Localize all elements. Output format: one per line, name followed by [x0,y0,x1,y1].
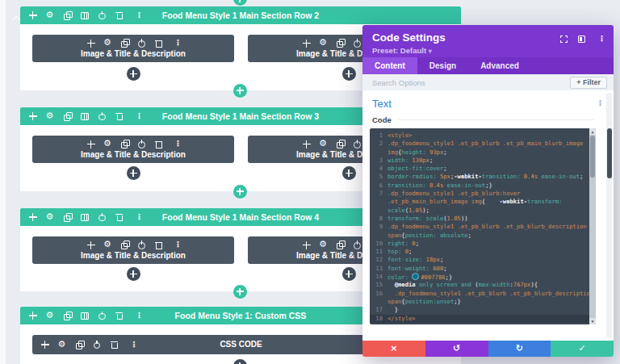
add-section-button[interactable] [233,84,247,98]
more-options-icon[interactable] [171,39,180,48]
settings-icon[interactable] [103,241,112,249]
add-section-button[interactable] [233,185,247,199]
settings-icon[interactable] [103,39,112,48]
move-icon[interactable] [302,39,311,48]
duplicate-icon[interactable] [63,11,72,20]
code-editor[interactable]: 1<style>2.dp_foodmenu_style1 .et_pb_blur… [370,128,596,324]
add-module-button[interactable] [127,267,140,281]
code-line: 7.dp_foodmenu_style1 .et_pb_blurb:hover [370,190,596,198]
disable-icon[interactable] [98,213,107,222]
disable-icon[interactable] [353,140,362,149]
add-section-button[interactable] [233,285,247,299]
disable-icon[interactable] [98,112,107,121]
search-input[interactable]: Search Options [372,78,425,87]
duplicate-icon[interactable] [336,140,345,149]
move-icon[interactable] [86,241,95,249]
modal-header[interactable]: Code Settings Preset: Default ▾ [362,25,614,57]
move-icon[interactable] [302,140,311,149]
redo-button[interactable]: ↻ [488,341,551,357]
filter-button[interactable]: + Filter [570,77,607,89]
editor-scroll-thumb[interactable] [590,136,595,178]
add-module-button[interactable] [342,67,356,81]
scroll-down-icon[interactable]: ▼ [589,318,596,324]
move-icon[interactable] [28,312,37,320]
delete-icon[interactable] [154,39,163,48]
settings-icon[interactable] [319,241,328,249]
add-module-button[interactable] [342,267,356,281]
move-icon[interactable] [302,241,311,249]
code-line: 13font-weight: 600; [370,265,596,273]
columns-icon[interactable] [81,112,90,121]
more-options-icon[interactable] [171,241,180,249]
more-options-icon[interactable] [132,11,141,20]
duplicate-icon[interactable] [63,213,72,222]
preset-selector[interactable]: Preset: Default ▾ [372,46,604,55]
disable-icon[interactable] [137,39,146,48]
blurb-module[interactable]: Image & Title & Description [32,35,234,62]
disable-icon[interactable] [98,312,107,320]
columns-icon[interactable] [81,213,90,222]
add-module-button[interactable] [342,166,356,180]
more-options-icon[interactable] [171,140,180,149]
delete-icon[interactable] [154,140,163,149]
columns-icon[interactable] [81,11,90,20]
duplicate-icon[interactable] [63,312,72,320]
blurb-module[interactable]: Image & Title & Description [32,236,234,264]
delete-icon[interactable] [115,11,124,20]
delete-icon[interactable] [154,241,163,249]
code-line: 9.dp_foodmenu_style1 .et_pb_blurb .et_pb… [370,223,596,231]
move-icon[interactable] [86,39,95,48]
more-options-icon[interactable] [132,213,141,222]
scroll-up-icon[interactable]: ▲ [589,128,596,135]
option-group-text[interactable]: Text [372,98,392,110]
move-icon[interactable] [28,11,37,20]
blurb-module[interactable]: Image & Title & Description [32,136,234,163]
add-module-button[interactable] [127,67,140,81]
duplicate-icon[interactable] [120,140,129,149]
disable-icon[interactable] [98,11,107,20]
delete-icon[interactable] [115,213,124,222]
tab-design[interactable]: Design [417,57,468,74]
add-section-button[interactable] [233,0,247,6]
duplicate-icon[interactable] [63,112,72,121]
duplicate-icon[interactable] [336,241,345,249]
settings-icon[interactable] [103,140,112,149]
dock-modal-icon[interactable] [577,35,586,44]
delete-icon[interactable] [115,312,124,320]
duplicate-icon[interactable] [336,39,345,48]
collapse-row-icon[interactable] [12,15,21,23]
move-icon[interactable] [28,112,37,121]
add-module-button[interactable] [233,359,247,364]
group-options-icon[interactable] [593,99,602,108]
columns-icon[interactable] [81,312,90,320]
settings-icon[interactable] [319,39,328,48]
modal-scroll-thumb[interactable] [607,128,612,178]
duplicate-icon[interactable] [120,241,129,249]
settings-icon[interactable] [46,11,55,20]
add-module-button[interactable] [127,166,140,180]
more-options-icon[interactable] [132,112,141,121]
tab-content[interactable]: Content [362,57,417,74]
disable-icon[interactable] [137,241,146,249]
modal-scrollbar[interactable] [606,93,612,338]
disable-icon[interactable] [137,140,146,149]
cancel-button[interactable]: × [362,341,425,357]
move-modal-icon[interactable] [559,35,568,44]
more-options-icon[interactable] [595,35,604,44]
duplicate-icon[interactable] [120,39,129,48]
undo-button[interactable]: ↺ [425,341,488,357]
row-2-header[interactable]: Food Menu Style 1 Main Section Row 2 [20,6,461,24]
tab-advanced[interactable]: Advanced [468,57,531,74]
settings-icon[interactable] [46,213,55,222]
save-button[interactable]: ✓ [551,341,614,357]
settings-icon[interactable] [46,112,55,121]
editor-scrollbar[interactable]: ▲ ▼ [589,128,596,324]
disable-icon[interactable] [353,39,362,48]
settings-icon[interactable] [319,140,328,149]
more-options-icon[interactable] [132,312,141,320]
settings-icon[interactable] [46,312,55,320]
move-icon[interactable] [28,213,37,222]
move-icon[interactable] [86,140,95,149]
disable-icon[interactable] [353,241,362,249]
delete-icon[interactable] [115,112,124,121]
